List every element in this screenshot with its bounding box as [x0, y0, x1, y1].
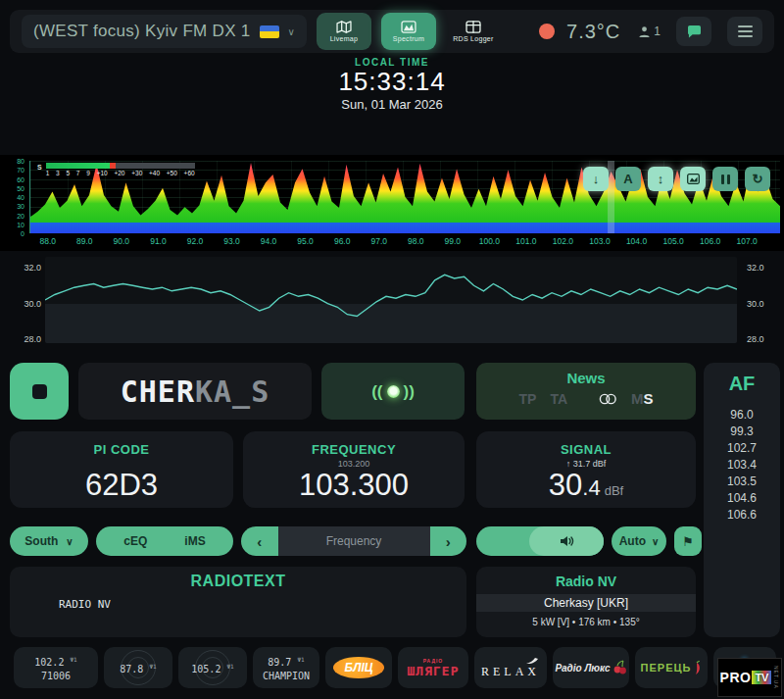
vertical-scale-button[interactable]: ↕ [648, 167, 673, 191]
auto-range-button[interactable]: A [615, 167, 641, 191]
signal-panel: SIGNAL ↑ 31.7 dBf 30 .4 dBf [476, 431, 696, 508]
livemap-button[interactable]: Livemap [317, 13, 371, 50]
bookmark-relax[interactable]: RELAX [474, 647, 547, 688]
station-city: Cherkasy [UKR] [476, 594, 696, 612]
pause-button[interactable] [712, 167, 738, 191]
clock-date: Sun, 01 Mar 2026 [0, 97, 784, 112]
bookmark-name: CHAMPION [263, 670, 310, 682]
db-tick: 30 [17, 203, 24, 210]
bookmark-perets[interactable]: ПЕРЕЦЬ [635, 647, 708, 688]
signal-history-svg [45, 257, 737, 343]
frequency-tick: 101.0 [515, 236, 536, 246]
radiotext-value: RADIO NV [59, 598, 466, 611]
fm-dx-webserver: (WEST focus) Kyiv FM DX 1 ∨ Livemap Spec… [0, 0, 784, 699]
mode-select[interactable]: Auto ∨ [612, 526, 666, 556]
frequency-tick: 91.0 [150, 236, 167, 246]
eq-ims-toggle[interactable]: cEQ iMS [96, 526, 233, 556]
signal-y-axis-right: 32.030.028.0 [747, 257, 776, 343]
frequency-panel[interactable]: FREQUENCY 103.200 103.300 [243, 431, 465, 508]
spectrum-graph-icon [401, 21, 416, 33]
db-tick: 10 [17, 221, 24, 227]
shlyager-logo: ШЛЯГЕР [408, 664, 460, 678]
db-tick: 80 [17, 158, 24, 165]
graph-mode-button[interactable] [680, 167, 706, 191]
bookmark-102-2[interactable]: 102.2 Ψ1 71006 [14, 647, 98, 688]
af-title: AF [704, 373, 780, 395]
af-frequency[interactable]: 103.4 [704, 457, 780, 474]
tuner-selector[interactable]: (WEST focus) Kyiv FM DX 1 ∨ [22, 15, 307, 48]
menu-button[interactable] [727, 17, 762, 46]
bookmark-87-8[interactable]: 87.8 Ψ1 [104, 647, 172, 688]
chat-icon [687, 25, 702, 38]
signal-y-axis-left: 32.030.028.0 [12, 257, 41, 343]
bookmark-lux[interactable]: Радіо Люкс [553, 647, 629, 688]
graph-icon [687, 174, 700, 184]
af-frequency[interactable]: 99.3 [704, 424, 780, 440]
spectrum-button[interactable]: Spectrum [381, 13, 436, 50]
ims-label: iMS [184, 534, 205, 548]
tune-down-button[interactable]: ‹ [241, 526, 278, 556]
map-icon [336, 21, 352, 33]
livemap-label: Livemap [330, 35, 359, 42]
tune-up-button[interactable]: › [430, 526, 467, 556]
stereo-wave-right-icon: )) [404, 383, 415, 400]
db-tick: 60 [17, 175, 24, 182]
s-meter-tick: 9 [86, 170, 90, 176]
relax-logo: RELAX [481, 665, 540, 679]
frequency-tick: 90.0 [114, 236, 130, 246]
signal-title: SIGNAL [561, 442, 612, 457]
rds-logger-label: RDS Logger [453, 35, 494, 42]
report-flag-button[interactable]: ⚑ [674, 526, 702, 556]
spectrum-toolbar: ↓ A ↕ ↻ [583, 167, 770, 191]
signal-history: 32.030.028.0 32.030.028.0 [0, 251, 784, 351]
bird-icon [525, 657, 539, 665]
pty-flags-panel: News TP TA MS [476, 363, 696, 420]
rds-logger-button[interactable]: RDS Logger [446, 13, 501, 50]
db-tick: 70 [17, 167, 24, 174]
s-meter: S 13579+10+20+30+40+50+60 [37, 163, 195, 176]
af-frequency[interactable]: 102.7 [704, 440, 780, 457]
arrows-updown-icon: ↕ [658, 172, 664, 186]
af-frequency[interactable]: 104.6 [704, 490, 780, 507]
frequency-tick: 93.0 [223, 236, 240, 246]
watermark-pro: PRO [720, 670, 752, 685]
frequency-value: 103.300 [299, 470, 409, 502]
lux-logo: Радіо Люкс [555, 663, 610, 674]
signal-value-int: 30 [549, 470, 582, 502]
s-meter-scale: 13579+10+20+30+40+50+60 [46, 170, 195, 176]
volume-slider[interactable] [476, 526, 604, 556]
spectrum-x-axis: 88.089.090.091.092.093.094.095.096.097.0… [29, 236, 780, 248]
bookmark-champion[interactable]: 89.7 Ψ1 CHAMPION [253, 647, 319, 688]
antenna-select[interactable]: South ∨ [10, 526, 88, 556]
pi-code-panel: PI CODE 62D3 [10, 431, 233, 508]
watermark-tv: TV [752, 671, 771, 684]
hamburger-icon [738, 25, 753, 37]
bookmark-shlyager[interactable]: РАДІО ШЛЯГЕР [398, 647, 468, 688]
signal-rings-icon [202, 657, 223, 678]
s-meter-tick: +10 [97, 170, 108, 176]
db-tick: 50 [17, 184, 24, 191]
af-frequency[interactable]: 96.0 [704, 407, 780, 424]
volume-knob[interactable] [529, 526, 604, 556]
ms-flag: MS [631, 390, 654, 407]
bookmark-105-2[interactable]: 105.2 Ψ1 [178, 647, 247, 688]
s-meter-tick: 3 [56, 170, 60, 176]
chat-button[interactable] [676, 17, 711, 46]
db-tick: 40 [17, 194, 24, 201]
station-name: Radio NV [476, 574, 696, 589]
bookmark-blitz[interactable]: БЛІЦ [325, 647, 392, 688]
signal-tick: 32.0 [24, 263, 41, 273]
refresh-button[interactable]: ↻ [745, 167, 770, 191]
af-panel: AF 96.099.3102.7103.4103.5104.6106.6 [704, 363, 780, 637]
frequency-tick: 98.0 [408, 236, 424, 246]
record-button[interactable] [10, 363, 69, 420]
frequency-tick: 102.0 [553, 236, 573, 246]
af-frequency[interactable]: 103.5 [704, 474, 780, 490]
s-meter-tick: +60 [184, 170, 195, 176]
spectrum-label: Spectrum [393, 35, 424, 42]
stereo-indicator-button[interactable]: (( )) [321, 363, 465, 420]
snap-to-peak-button[interactable]: ↓ [583, 167, 609, 191]
af-frequency[interactable]: 106.6 [704, 507, 780, 524]
letter-a-icon: A [623, 172, 632, 186]
frequency-input[interactable] [278, 526, 430, 556]
